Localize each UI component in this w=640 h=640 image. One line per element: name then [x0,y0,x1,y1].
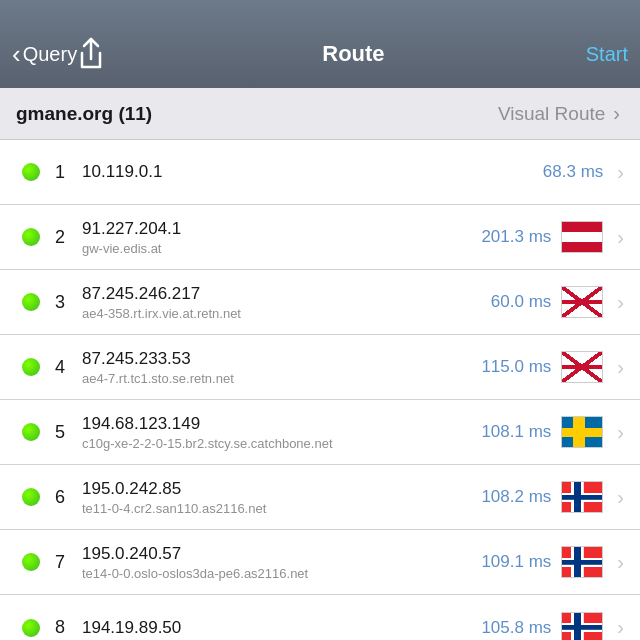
latency-value: 105.8 ms [471,618,551,638]
status-dot [16,619,46,637]
row-number: 5 [46,422,74,443]
status-dot [16,488,46,506]
row-info: 10.119.0.1 [74,162,523,182]
row-info: 194.68.123.149c10g-xe-2-2-0-15.br2.stcy.… [74,414,471,451]
latency-value: 68.3 ms [523,162,603,182]
row-chevron-icon: › [617,226,624,249]
table-row[interactable]: 387.245.246.217ae4-358.rt.irx.vie.at.ret… [0,270,640,335]
status-dot [16,163,46,181]
hostname: ae4-7.rt.tc1.sto.se.retn.net [82,371,471,386]
table-row[interactable]: 7195.0.240.57te14-0-0.oslo-oslos3da-pe6.… [0,530,640,595]
back-chevron-icon: ‹ [12,39,21,70]
visual-route-link[interactable]: Visual Route › [498,102,624,125]
visual-route-label: Visual Route [498,103,605,125]
row-chevron-icon: › [617,616,624,639]
navigation-bar: ‹ Query Route Start [0,0,640,88]
status-dot [16,358,46,376]
start-button[interactable]: Start [586,43,628,66]
row-right-section: 60.0 ms› [471,286,624,318]
row-number: 4 [46,357,74,378]
table-row[interactable]: 110.119.0.168.3 ms› [0,140,640,205]
back-label: Query [23,43,77,66]
ip-address: 195.0.240.57 [82,544,471,564]
row-number: 3 [46,292,74,313]
row-chevron-icon: › [617,356,624,379]
row-info: 91.227.204.1gw-vie.edis.at [74,219,471,256]
row-number: 6 [46,487,74,508]
page-title: Route [121,41,586,67]
table-row[interactable]: 6195.0.242.85te11-0-4.cr2.san110.as2116.… [0,465,640,530]
row-right-section: 115.0 ms› [471,351,624,383]
route-list: 110.119.0.168.3 ms›291.227.204.1gw-vie.e… [0,140,640,640]
ip-address: 194.19.89.50 [82,618,471,638]
country-flag-icon [561,612,603,641]
hostname: te11-0-4.cr2.san110.as2116.net [82,501,471,516]
table-row[interactable]: 5194.68.123.149c10g-xe-2-2-0-15.br2.stcy… [0,400,640,465]
row-chevron-icon: › [617,486,624,509]
visual-route-chevron-icon: › [613,102,620,125]
row-chevron-icon: › [617,161,624,184]
ip-address: 91.227.204.1 [82,219,471,239]
row-number: 2 [46,227,74,248]
table-row[interactable]: 291.227.204.1gw-vie.edis.at201.3 ms› [0,205,640,270]
hostname: gw-vie.edis.at [82,241,471,256]
row-right-section: 108.2 ms› [471,481,624,513]
row-chevron-icon: › [617,551,624,574]
row-number: 7 [46,552,74,573]
ip-address: 87.245.246.217 [82,284,471,304]
country-flag-icon [561,481,603,513]
ip-address: 87.245.233.53 [82,349,471,369]
row-right-section: 105.8 ms› [471,612,624,641]
row-number: 8 [46,617,74,638]
row-right-section: 109.1 ms› [471,546,624,578]
country-flag-icon [561,546,603,578]
host-label: gmane.org (11) [16,103,152,125]
row-info: 87.245.233.53ae4-7.rt.tc1.sto.se.retn.ne… [74,349,471,386]
status-dot [16,228,46,246]
hostname: c10g-xe-2-2-0-15.br2.stcy.se.catchbone.n… [82,436,471,451]
row-chevron-icon: › [617,291,624,314]
row-chevron-icon: › [617,421,624,444]
latency-value: 108.2 ms [471,487,551,507]
ip-address: 194.68.123.149 [82,414,471,434]
row-right-section: 108.1 ms› [471,416,624,448]
country-flag-icon [561,416,603,448]
visual-route-row[interactable]: gmane.org (11) Visual Route › [0,88,640,140]
latency-value: 108.1 ms [471,422,551,442]
latency-value: 60.0 ms [471,292,551,312]
latency-value: 109.1 ms [471,552,551,572]
status-dot [16,293,46,311]
row-number: 1 [46,162,74,183]
country-flag-icon [561,286,603,318]
row-info: 87.245.246.217ae4-358.rt.irx.vie.at.retn… [74,284,471,321]
ip-address: 10.119.0.1 [82,162,523,182]
row-right-section: 68.3 ms› [523,161,624,184]
country-flag-icon [561,221,603,253]
country-flag-icon [561,351,603,383]
row-right-section: 201.3 ms› [471,221,624,253]
row-info: 195.0.242.85te11-0-4.cr2.san110.as2116.n… [74,479,471,516]
status-dot [16,423,46,441]
hostname: te14-0-0.oslo-oslos3da-pe6.as2116.net [82,566,471,581]
row-info: 194.19.89.50 [74,618,471,638]
table-row[interactable]: 487.245.233.53ae4-7.rt.tc1.sto.se.retn.n… [0,335,640,400]
status-dot [16,553,46,571]
latency-value: 201.3 ms [471,227,551,247]
table-row[interactable]: 8194.19.89.50105.8 ms› [0,595,640,640]
hostname: ae4-358.rt.irx.vie.at.retn.net [82,306,471,321]
back-button[interactable]: ‹ Query [12,39,77,70]
latency-value: 115.0 ms [471,357,551,377]
row-info: 195.0.240.57te14-0-0.oslo-oslos3da-pe6.a… [74,544,471,581]
ip-address: 195.0.242.85 [82,479,471,499]
share-icon[interactable] [77,37,105,71]
